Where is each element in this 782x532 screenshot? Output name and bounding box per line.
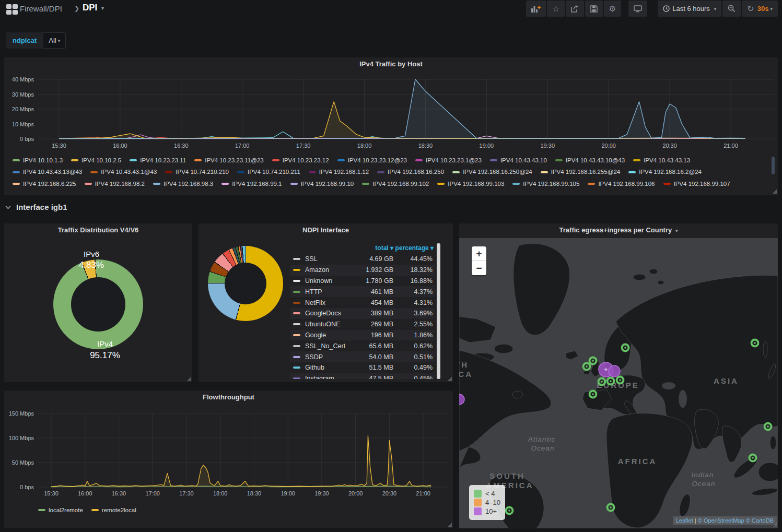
flowthroughput-chart[interactable]: 15:3016:0016:3017:0017:3018:0018:3019:00… (4, 391, 453, 499)
legend-item[interactable]: IPV4 10.23.23.1@23 (415, 156, 482, 165)
legend-swatch-icon (38, 509, 45, 511)
panel-flowthroughput: Flowthroughput 15:3016:0016:3017:0017:30… (4, 391, 453, 528)
title-caret-icon[interactable]: ▾ (101, 5, 104, 11)
zoom-out-button[interactable]: − (472, 261, 486, 275)
legend-item[interactable]: IPV4 10.43.43.1@43 (90, 167, 157, 177)
legend-label: IPV4 192.168.99.120 (554, 191, 610, 193)
ipv4-traffic-chart[interactable]: 15:3016:0016:3017:0017:3018:0018:3019:00… (4, 57, 778, 152)
legend-swatch-icon (272, 159, 279, 161)
panel-resize-handle[interactable] (447, 523, 452, 527)
legend-item[interactable]: IPV4 10.74.210.210 (165, 167, 229, 177)
legend-label: IPV4 10.43.43.10@43 (566, 156, 625, 165)
legend-item[interactable]: IPV4 192.168.99.105 (512, 179, 579, 189)
legend-item[interactable]: IPV4 192.168.99.102 (362, 179, 429, 189)
legend-swatch-icon (90, 171, 98, 173)
panel-title[interactable]: Traffic egress+ingress per Country ▾ (459, 226, 778, 234)
legend-item[interactable]: IPV4 192.168.16.250@24 (452, 167, 532, 177)
panel-title[interactable]: NDPI Interface (199, 226, 453, 234)
legend-swatch-icon (474, 507, 482, 515)
cartodb-link[interactable]: © CartoDB (746, 517, 774, 524)
percentage-value: 16.88% (411, 277, 433, 285)
map-marker-purple[interactable] (609, 365, 620, 377)
legend-swatch-icon (130, 159, 137, 161)
legend-label: 4–10 (485, 499, 500, 506)
svg-text:21:00: 21:00 (416, 490, 430, 496)
legend-item[interactable]: IPV4 192.168.6.225 (13, 179, 76, 189)
legend-item[interactable]: IPV4 10.23.23.11@23 (194, 156, 264, 165)
legend-item[interactable]: IPV4 192.168.16.250 (377, 167, 444, 177)
legend-label: IPV4 10.23.23.12@23 (348, 156, 407, 165)
settings-button[interactable]: ⚙ (604, 1, 621, 17)
map-legend-item: 4–10 (474, 499, 500, 506)
world-map[interactable]: NORTHAMERICAEUROPEASIAAFRICASOUTHAMERICA… (459, 238, 778, 528)
legend-item[interactable]: IPV4 192.168.99.1 (221, 179, 282, 189)
legend-item[interactable]: IPV4 192.168.16.255@24 (541, 167, 621, 177)
legend-item[interactable]: IPV4 10.43.43.13@43 (13, 167, 82, 177)
legend-item[interactable]: IPV4 10.43.43.10 (490, 156, 547, 165)
legend-item[interactable]: IPV4 192.168.99.10 (290, 179, 354, 189)
legend-item[interactable]: IPV4 192.168.99.107 (663, 179, 730, 189)
legend-item[interactable]: IPV4 192.168.1.12 (309, 167, 369, 177)
legend-item[interactable]: IPV4 10.10.2.5 (71, 156, 121, 165)
series-swatch-icon (293, 377, 300, 379)
legend-item[interactable]: IPV4 10.43.43.10@43 (555, 156, 625, 165)
series-swatch-icon (293, 323, 300, 325)
legend-item[interactable]: IPV4 192.168.99.118 (309, 191, 376, 193)
share-button[interactable] (566, 1, 584, 17)
sort-percentage-header[interactable]: percentage ▾ (395, 244, 434, 252)
zoom-out-button[interactable] (722, 1, 741, 17)
legend-item[interactable]: IPV4 192.168.99.121 (618, 191, 685, 193)
legend-item[interactable]: IPV4 192.168.99.103 (437, 179, 504, 189)
leaflet-link[interactable]: Leaflet (676, 517, 693, 524)
legend-item[interactable]: local2remote (38, 505, 83, 515)
legend-swatch-icon (165, 171, 172, 173)
legend-item[interactable]: IPV4 192.168.98.2 (85, 179, 145, 189)
legend-item[interactable]: IPV4 192.168.99.115 (235, 191, 301, 193)
panel-title[interactable]: Traffix Distribution V4/V6 (4, 226, 192, 234)
percentage-value: 4.31% (414, 299, 433, 306)
legend-item[interactable]: remote2local (91, 505, 136, 515)
legend-item[interactable]: IPV4 10.10.1.3 (13, 156, 63, 165)
tv-mode-button[interactable] (628, 1, 647, 17)
legend-item[interactable]: IPV4 192.168.16.2@24 (628, 167, 702, 177)
breadcrumb[interactable]: Firewall/DPI (20, 4, 62, 13)
legend-item[interactable]: IPV4 10.23.23.12 (272, 156, 329, 165)
panel-resize-handle[interactable] (772, 189, 777, 194)
refresh-button[interactable]: ↻ 30s ▾ (742, 1, 778, 17)
sort-total-header[interactable]: total ▾ (375, 244, 393, 252)
map-label: NORTH (459, 360, 469, 369)
legend-item[interactable]: IPV4 10.74.210.211 (237, 167, 300, 177)
page-title[interactable]: DPI (83, 3, 97, 13)
save-button[interactable] (585, 1, 603, 17)
legend-label: IPV4 192.168.99.10 (301, 179, 354, 189)
table-scrollbar[interactable] (437, 243, 440, 379)
legend-item[interactable]: IPV4 10.23.23.11 (130, 156, 186, 165)
legend-item[interactable]: IPV4 192.168.99.11 (163, 191, 226, 193)
svg-text:40 Mbps: 40 Mbps (12, 76, 34, 82)
legend-item[interactable]: IPV4 10.43.43.13 (633, 156, 690, 165)
percentage-value: 4.37% (414, 288, 433, 295)
legend-swatch-icon (588, 183, 595, 185)
legend-item[interactable]: IPV4 192.168.99.119 (384, 191, 450, 193)
time-range-picker[interactable]: Last 6 hours ▾ (658, 1, 721, 17)
row-header-interface-igb1[interactable]: Interface igb1 (5, 203, 67, 211)
legend-item[interactable]: IPV4 192.168.99.106 (588, 179, 655, 189)
flow-legend: local2remoteremote2local (38, 503, 439, 514)
legend-item[interactable]: IPV4 192.168.99.108 (13, 191, 79, 193)
legend-item[interactable]: IPV4 192.168.98.3 (153, 179, 213, 189)
variable-value-dropdown[interactable]: All ▾ (43, 32, 66, 49)
zoom-in-button[interactable]: + (472, 246, 486, 261)
legend-item[interactable]: IPV4 192.168.99.109 (88, 191, 155, 193)
star-button[interactable]: ☆ (547, 1, 564, 17)
legend-swatch-icon (13, 171, 20, 173)
panel-resize-handle[interactable] (447, 376, 452, 381)
panel-resize-handle[interactable] (186, 376, 191, 381)
openstreetmap-link[interactable]: © OpenStreetMap (698, 517, 744, 524)
legend-scrollbar[interactable] (772, 157, 775, 174)
legend-item[interactable]: IPV4 192.168.99.11@23 (459, 191, 535, 193)
grafana-logo-icon[interactable] (6, 4, 18, 15)
add-panel-button[interactable] (526, 1, 546, 17)
legend-item[interactable]: IPV4 10.23.23.12@23 (337, 156, 407, 165)
legend-swatch-icon (194, 159, 202, 161)
legend-item[interactable]: IPV4 192.168.99.120 (543, 191, 610, 193)
